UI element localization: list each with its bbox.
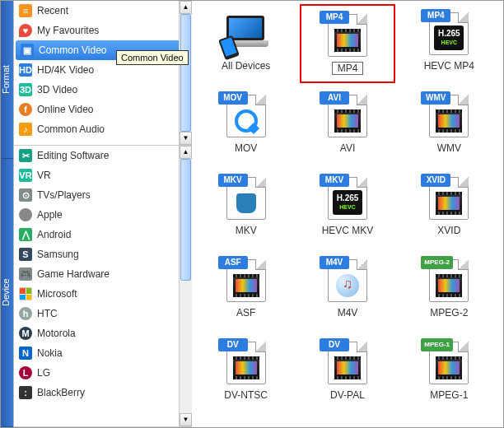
tab-format[interactable]: Format — [1, 1, 13, 159]
sidebar-lists: ≡ Recent ♥ My Favourites ▣ Common Video … — [14, 1, 192, 427]
sidebar-item-htc[interactable]: h HTC — [14, 304, 192, 323]
scrollbar-device[interactable]: ▲ ▼ — [179, 146, 192, 426]
badge: MKV — [218, 174, 248, 187]
hd-icon: HD — [19, 63, 32, 77]
sidebar-item-vr[interactable]: VR VR — [14, 165, 192, 185]
all-devices-icon — [220, 7, 273, 57]
threed-icon: 3D — [19, 83, 32, 96]
format-cell-all-devices[interactable]: All Devices — [198, 4, 293, 83]
format-cell-dv-ntsc[interactable]: DVDV-NTSC — [198, 333, 293, 412]
device-items: ✂ Editing Software VR VR ⊙ TVs/Players A… — [14, 146, 192, 402]
sidebar-item-microsoft[interactable]: Microsoft — [14, 284, 192, 304]
format-cell-mkv[interactable]: MKVMKV — [198, 169, 293, 248]
format-grid: All DevicesMP4MP4MP4H.265HEVCHEVC MP4MOV… — [192, 1, 503, 416]
dv-ntsc-icon: DV — [220, 337, 273, 386]
format-cell-mpeg2[interactable]: MPEG-2MPEG-2 — [402, 251, 497, 330]
format-cell-mpeg1[interactable]: MPEG-1MPEG-1 — [402, 333, 497, 412]
badge: MP4 — [421, 9, 450, 22]
badge: WMV — [421, 91, 450, 105]
badge: DV — [218, 338, 248, 351]
sidebar-item-label: Recent — [37, 5, 187, 16]
format-cell-asf[interactable]: ASFASF — [198, 251, 293, 330]
sidebar-item-recent[interactable]: ≡ Recent — [14, 1, 192, 21]
sidebar-item-nokia[interactable]: N Nokia — [14, 343, 192, 363]
sidebar-item-label: Android — [37, 229, 187, 240]
tv-icon: ⊙ — [19, 188, 32, 202]
sidebar-item-samsung[interactable]: S Samsung — [14, 244, 192, 264]
sidebar-item-label: LG — [37, 367, 187, 379]
sidebar-item-apple[interactable]: Apple — [14, 205, 192, 225]
caption: WMV — [437, 142, 461, 154]
caption: AVI — [340, 142, 355, 154]
sidebar-item-lg[interactable]: L LG — [14, 363, 192, 383]
sidebar-item-common-audio[interactable]: ♪ Common Audio — [14, 119, 192, 139]
sidebar-item-label: Microsoft — [37, 288, 187, 300]
sidebar-item-label: VR — [37, 170, 187, 181]
format-cell-wmv[interactable]: WMVWMV — [402, 86, 497, 165]
badge: AVI — [320, 91, 349, 105]
xvid-icon: XVID — [422, 172, 475, 221]
sidebar-item-editing-software[interactable]: ✂ Editing Software — [14, 146, 192, 165]
badge: MPEG-1 — [421, 338, 453, 351]
app-root: Format Device ≡ Recent ♥ My Favourites ▣ — [0, 0, 504, 428]
sidebar-item-3d[interactable]: 3D 3D Video — [14, 80, 192, 100]
caption: DV-NTSC — [224, 389, 268, 401]
scrollbar-format[interactable]: ▲ ▼ — [179, 1, 192, 145]
online-icon: f — [19, 103, 32, 116]
vr-icon: VR — [19, 169, 32, 182]
sidebar-item-blackberry[interactable]: : BlackBerry — [14, 383, 192, 402]
recent-icon: ≡ — [19, 4, 32, 17]
format-cell-xvid[interactable]: XVIDXVID — [402, 169, 497, 248]
format-cell-mp4[interactable]: MP4MP4 — [300, 4, 394, 83]
sidebar-item-label: Samsung — [37, 249, 187, 260]
motorola-icon: M — [19, 327, 32, 340]
scroll-up-button[interactable]: ▲ — [180, 1, 192, 14]
format-cell-avi[interactable]: AVIAVI — [300, 86, 394, 165]
mp4-icon: MP4 — [321, 9, 374, 58]
m4v-icon: M4V — [321, 254, 374, 304]
sidebar-item-android[interactable]: ⋀ Android — [14, 225, 192, 244]
sidebar-item-label: HD/4K Video — [37, 64, 187, 76]
format-cell-mov[interactable]: MOVMOV — [198, 86, 293, 165]
sidebar-item-game-hardware[interactable]: 🎮 Game Hardware — [14, 264, 192, 284]
caption: ASF — [236, 307, 255, 319]
caption: DV-PAL — [330, 389, 365, 401]
scroll-down-button[interactable]: ▼ — [180, 413, 192, 426]
asf-icon: ASF — [220, 254, 273, 304]
avi-icon: AVI — [321, 90, 374, 139]
sidebar-item-online-video[interactable]: f Online Video — [14, 100, 192, 119]
sidebar-item-tvs-players[interactable]: ⊙ TVs/Players — [14, 185, 192, 205]
scroll-track[interactable] — [180, 159, 192, 413]
badge: XVID — [421, 174, 450, 187]
scroll-thumb[interactable] — [180, 14, 191, 132]
mkv-icon: MKV — [220, 172, 273, 221]
heart-icon: ♥ — [19, 24, 32, 37]
sidebar-item-motorola[interactable]: M Motorola — [14, 323, 192, 343]
scroll-track[interactable] — [180, 14, 192, 132]
sidebar-item-label: BlackBerry — [37, 387, 187, 398]
sidebar-item-label: TVs/Players — [37, 189, 187, 201]
format-cell-dv-pal[interactable]: DVDV-PAL — [300, 333, 394, 412]
mov-icon: MOV — [220, 90, 273, 139]
tab-device[interactable]: Device — [1, 159, 13, 427]
format-cell-m4v[interactable]: M4VM4V — [300, 251, 394, 330]
format-cell-hevc-mkv[interactable]: MKVH.265HEVCHEVC MKV — [300, 169, 394, 248]
sidebar-item-label: Common Audio — [37, 123, 187, 135]
caption: MPEG-2 — [430, 307, 468, 319]
hevc-mp4-icon: MP4H.265HEVC — [422, 7, 475, 57]
sidebar-item-favourites[interactable]: ♥ My Favourites — [14, 21, 192, 40]
scroll-thumb[interactable] — [180, 159, 191, 281]
sidebar: Format Device ≡ Recent ♥ My Favourites ▣ — [1, 1, 192, 427]
badge: MKV — [320, 174, 349, 187]
scroll-up-button[interactable]: ▲ — [180, 146, 192, 159]
tooltip: Common Video — [116, 50, 189, 65]
badge: ASF — [218, 256, 248, 269]
scroll-down-button[interactable]: ▼ — [180, 132, 192, 145]
nokia-icon: N — [19, 347, 32, 360]
microsoft-icon — [19, 287, 32, 300]
caption: M4V — [338, 307, 358, 319]
caption: HEVC MP4 — [424, 60, 474, 72]
htc-icon: h — [19, 307, 32, 320]
format-grid-pane: All DevicesMP4MP4MP4H.265HEVCHEVC MP4MOV… — [192, 1, 503, 427]
format-cell-hevc-mp4[interactable]: MP4H.265HEVCHEVC MP4 — [402, 4, 497, 83]
